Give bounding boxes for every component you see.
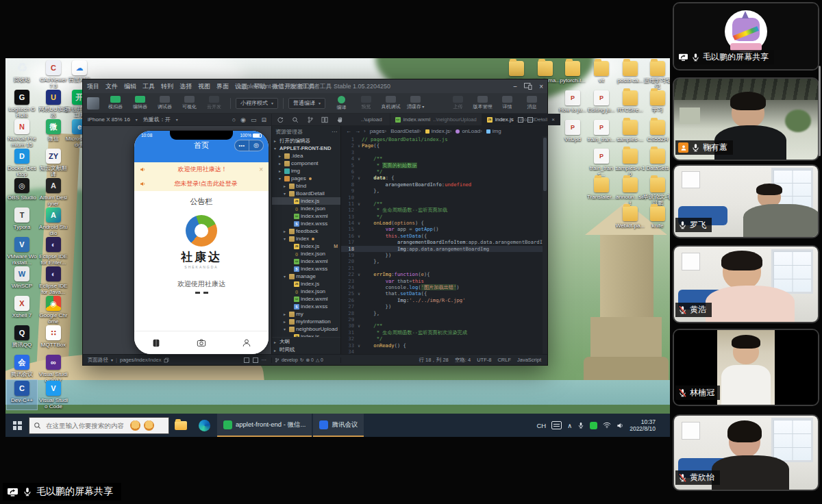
camera-tab-icon[interactable]	[196, 338, 207, 348]
file-tree-item[interactable]: ▸ bind	[272, 182, 340, 190]
desktop-icon[interactable]: P VitUpd	[558, 119, 588, 149]
mode-select[interactable]: 小程序模式▾	[236, 98, 278, 109]
menu-item[interactable]: 文件	[105, 82, 118, 91]
code-line[interactable]: 6 */	[341, 168, 543, 175]
file-tree-item[interactable]: index.wxml	[272, 257, 340, 265]
breadcrumb-item[interactable]: BoardDetail	[384, 128, 419, 134]
nav-forward-icon[interactable]: →	[355, 128, 360, 134]
explorer-more-icon[interactable]: ⋯	[332, 129, 337, 135]
code-line[interactable]: 11 ∨ /**	[341, 201, 543, 207]
line-ending[interactable]: CRLF	[497, 357, 511, 363]
desktop-icon[interactable]: 学习	[643, 90, 670, 119]
desktop-icon[interactable]: P How to ju...	[558, 90, 588, 119]
code-line[interactable]: 26 Img:'../../img/R-C.jpg'	[341, 297, 543, 303]
file-tree-item[interactable]: ▸ feedback	[272, 227, 340, 235]
sim-screenshot-icon[interactable]: ⊟	[261, 116, 266, 123]
module-toggle-button[interactable]: 云开发	[203, 96, 225, 110]
module-toggle-button[interactable]: 调试器	[153, 96, 176, 110]
code-line[interactable]: 27 })	[341, 303, 543, 310]
code-line[interactable]: 19 })	[341, 252, 543, 258]
breadcrumb-item[interactable]: onLoad	[450, 128, 480, 134]
fold-icon[interactable]	[356, 284, 362, 290]
fold-icon[interactable]	[356, 239, 362, 245]
vconsole-icon[interactable]	[244, 357, 249, 363]
device-select[interactable]: iPhone X 85% 16	[88, 116, 130, 123]
ime-keyboard-icon[interactable]	[551, 421, 562, 429]
file-tree-item[interactable]: ▾ manage	[272, 273, 340, 280]
file-tree-item[interactable]: ▾ BoardDetail	[272, 190, 340, 197]
file-tree-item[interactable]: index.wxml	[272, 212, 340, 220]
file-tree-item[interactable]: index.json	[272, 205, 340, 212]
editor-scrollbar[interactable]	[543, 136, 547, 354]
microphone-tray-icon[interactable]	[577, 421, 584, 429]
code-line[interactable]: 34	[341, 349, 543, 354]
participant-tile[interactable]: 黄欣怡	[673, 414, 819, 491]
detach-simulator-icon[interactable]	[524, 83, 532, 90]
module-toggle-button[interactable]: 模拟器	[104, 96, 127, 110]
participant-tile[interactable]: 鞠有蕙	[673, 77, 819, 161]
sim-refresh-icon[interactable]: ○	[232, 116, 236, 123]
code-line[interactable]: 13 */	[341, 214, 543, 220]
participant-tile[interactable]: 罗飞	[673, 164, 819, 238]
file-encoding[interactable]: UTF-8	[477, 357, 491, 363]
file-tree-item[interactable]: ▸ .idea	[272, 152, 340, 160]
fold-icon[interactable]: ∨	[356, 142, 362, 149]
fold-icon[interactable]	[356, 162, 362, 168]
desktop-icon[interactable]: Webkit-pa...	[615, 205, 645, 235]
fold-icon[interactable]	[356, 168, 362, 175]
code-line[interactable]: 3	[341, 149, 543, 155]
file-tree-item[interactable]: index.json	[272, 288, 340, 295]
desktop-icon[interactable]: P Editing ju...	[586, 90, 616, 119]
wechat-tray-icon[interactable]	[590, 422, 597, 429]
editor-tab[interactable]: ..\upload ×	[348, 114, 390, 125]
code-line[interactable]: 5 * 页面的初始数据	[341, 162, 543, 168]
fold-icon[interactable]	[356, 265, 362, 271]
file-tree-item[interactable]: index.js	[272, 280, 340, 288]
breadcrumb-item[interactable]: img	[480, 128, 501, 134]
code-line[interactable]: 8 arangementBoardInfo:undefined	[341, 181, 543, 188]
explorer-section[interactable]: ▸ 时间线	[272, 346, 340, 354]
desktop-icon[interactable]: RTCStre...	[615, 90, 645, 119]
file-tree-item[interactable]: index.wxss	[272, 303, 340, 310]
fold-icon[interactable]	[356, 181, 362, 188]
split-editor-icon[interactable]	[321, 116, 328, 123]
fold-icon[interactable]	[356, 252, 362, 258]
fold-icon[interactable]	[356, 278, 362, 284]
home-tab-icon[interactable]	[151, 338, 161, 348]
toolbar-action-button[interactable]: 上传	[447, 96, 469, 110]
fold-icon[interactable]: ∨	[356, 290, 362, 297]
search-input[interactable]	[45, 421, 127, 430]
more-actions-icon[interactable]: ⋯	[537, 116, 543, 123]
git-branch-name[interactable]: develop	[282, 357, 298, 362]
desktop-icon[interactable]: 毕设论文-毛以鹏	[643, 177, 670, 206]
fold-icon[interactable]	[356, 226, 362, 232]
editor-tab[interactable]: index.wxml ..\neighbourUpload ×	[390, 114, 482, 125]
toolbar-action-button[interactable]: 真机调试	[379, 96, 402, 111]
fold-icon[interactable]	[356, 207, 362, 213]
fold-icon[interactable]: ∨	[356, 271, 362, 277]
toolbar-action-button[interactable]: 版本管理	[471, 96, 494, 110]
search-icon[interactable]	[292, 116, 299, 123]
fold-icon[interactable]	[356, 336, 362, 342]
input-language[interactable]: CH	[536, 422, 546, 429]
indent-setting[interactable]: 空格: 4	[455, 357, 471, 364]
code-line[interactable]: 2 ∨ Page({	[341, 142, 543, 149]
code-line[interactable]: 30 ∨ /**	[341, 323, 543, 329]
menu-item[interactable]: 视图	[198, 82, 210, 91]
file-tree-item[interactable]: ▾ pages	[272, 175, 340, 182]
fold-icon[interactable]	[356, 194, 362, 201]
code-line[interactable]: 12 * 生命周期函数--监听页面加载	[341, 207, 543, 213]
fold-icon[interactable]: ∨	[356, 220, 362, 226]
desktop-icon[interactable]: samples-v-10	[615, 148, 645, 177]
breadcrumb-item[interactable]: index.js	[419, 128, 450, 134]
toolbar-action-button[interactable]: 预览	[355, 96, 377, 111]
notice-banner[interactable]: 欢迎使用社康达！ ×	[134, 162, 269, 177]
file-tree-item[interactable]: ▾ APPLET-FRONT-END	[272, 144, 340, 152]
file-tree-item[interactable]: index.json	[272, 250, 340, 257]
file-tree-item[interactable]: ▾ index	[272, 235, 340, 242]
desktop-icon[interactable]: DataSets	[643, 148, 670, 177]
code-line[interactable]: 18 Img:app.data.arangementBoardImg	[341, 246, 543, 252]
file-tree-item[interactable]: index.wxss	[272, 220, 340, 227]
collapse-icon[interactable]	[277, 116, 284, 123]
desktop-icon[interactable]: vit	[586, 60, 616, 90]
